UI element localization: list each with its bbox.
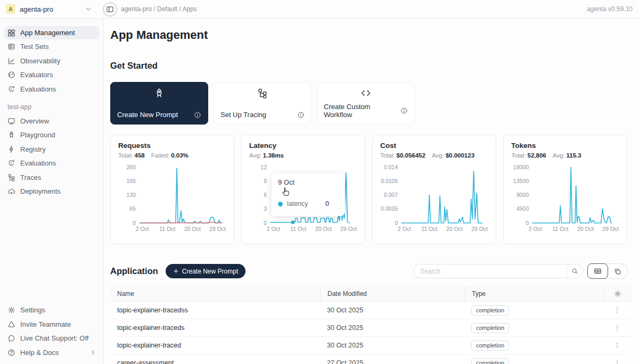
stat-avg: Avg:$0.000123 xyxy=(432,152,474,159)
sidebar-item-label: Deployments xyxy=(20,187,61,195)
stat-failed: Failed:0.03% xyxy=(151,152,189,159)
svg-text:0.0035: 0.0035 xyxy=(381,205,398,212)
latency-stat-card: LatencyAvg:1.38ms0369122 Oct11 Oct20 Oct… xyxy=(241,135,365,244)
type-badge: completion xyxy=(471,305,509,316)
row-actions-button[interactable] xyxy=(603,359,631,364)
svg-text:20 Oct: 20 Oct xyxy=(184,226,201,232)
row-actions-button[interactable] xyxy=(603,342,631,349)
type-badge: completion xyxy=(471,341,509,351)
app-name-cell: topic-explainer-traceds xyxy=(110,324,320,332)
panel-icon xyxy=(106,5,114,13)
stat-card-summary: Total:$0.056452Avg:$0.000123 xyxy=(380,152,488,159)
svg-text:3: 3 xyxy=(264,205,267,212)
svg-text:0.007: 0.007 xyxy=(384,192,398,198)
column-header-type: Type xyxy=(464,286,603,301)
sidebar-item-invite-teammate[interactable]: Invite Teammate xyxy=(4,318,99,331)
table-row[interactable]: career-assessment27 Oct 2025completion xyxy=(110,354,631,364)
cost-chart[interactable]: 00.00350.0070.01050.0142 Oct11 Oct20 Oct… xyxy=(380,163,488,236)
search-icon[interactable] xyxy=(567,264,583,278)
sidebar-item-test-sets[interactable]: Test Sets xyxy=(4,40,99,53)
main-content: App Management Get Started Create New Pr… xyxy=(104,19,639,364)
app-name-cell: topic-explainer-tracedss xyxy=(110,307,320,314)
sidebar-item-help-docs[interactable]: Help & Docs xyxy=(4,346,99,359)
svg-text:0.0105: 0.0105 xyxy=(381,178,398,184)
svg-text:11 Oct: 11 Oct xyxy=(421,226,437,232)
create-new-prompt-card[interactable]: Create New Prompt xyxy=(110,82,208,125)
stat-card-title: Tokens xyxy=(511,142,619,150)
sidebar-item-observability[interactable]: Observability xyxy=(4,54,99,68)
svg-text:11 Oct: 11 Oct xyxy=(552,226,568,232)
get-started-cards: Create New PromptSet Up TracingCreate Cu… xyxy=(110,82,415,125)
table-row[interactable]: topic-explainer-traced30 Oct 2025complet… xyxy=(110,337,631,354)
chevron-down-icon[interactable] xyxy=(85,6,92,12)
tokens-chart[interactable]: 04500900013500180002 Oct11 Oct20 Oct29 O… xyxy=(511,163,619,236)
date-modified-cell: 30 Oct 2025 xyxy=(320,324,464,332)
table-view-button[interactable] xyxy=(587,263,608,279)
card-view-button[interactable] xyxy=(608,264,628,278)
row-actions-button[interactable] xyxy=(603,324,631,332)
svg-text:9: 9 xyxy=(264,178,267,184)
type-cell: completion xyxy=(464,323,603,333)
rocket-icon xyxy=(117,88,201,98)
app-version: agenta v0.59.10 xyxy=(587,5,633,13)
sidebar-item-label: Registry xyxy=(20,145,46,153)
chart-tooltip: 9 Octlatency0 xyxy=(272,173,345,216)
date-modified-cell: 30 Oct 2025 xyxy=(320,342,464,349)
applications-table: NameDate ModifiedType topic-explainer-tr… xyxy=(110,286,631,364)
sidebar-item-evaluations[interactable]: Evaluations xyxy=(4,82,99,96)
svg-text:4500: 4500 xyxy=(517,205,529,212)
sidebar-item-playground[interactable]: Playground xyxy=(4,128,99,142)
create-custom-workflow-card[interactable]: Create Custom Workflow xyxy=(317,82,415,125)
svg-text:0: 0 xyxy=(395,220,398,226)
stat-total: Total:458 xyxy=(118,152,145,159)
table-row[interactable]: topic-explainer-tracedss30 Oct 2025compl… xyxy=(110,302,631,319)
table-header: NameDate ModifiedType xyxy=(110,286,631,302)
sidebar-item-traces[interactable]: Traces xyxy=(4,171,99,184)
sidebar-item-overview[interactable]: Overview xyxy=(4,114,99,128)
kebab-icon xyxy=(613,324,621,332)
sidebar-item-app-management[interactable]: App Management xyxy=(4,26,99,39)
svg-text:0: 0 xyxy=(133,220,136,226)
test-sets-icon xyxy=(7,43,15,51)
svg-text:0: 0 xyxy=(264,220,267,226)
svg-text:20 Oct: 20 Oct xyxy=(446,226,463,232)
sidebar-item-label: Test Sets xyxy=(20,43,48,51)
table-row[interactable]: topic-explainer-traceds30 Oct 2025comple… xyxy=(110,319,631,337)
workspace-name[interactable]: agenta-pro xyxy=(20,5,53,13)
info-icon xyxy=(194,111,201,119)
row-actions-button[interactable] xyxy=(603,307,631,314)
stat-card-title: Requests xyxy=(118,142,226,150)
gauge-icon xyxy=(7,71,15,79)
requests-chart[interactable]: 0651301952602 Oct11 Oct20 Oct29 Oct xyxy=(118,163,226,236)
svg-text:130: 130 xyxy=(126,192,136,198)
column-header-label: Date Modified xyxy=(327,290,367,297)
svg-text:6: 6 xyxy=(264,192,267,198)
sidebar-toggle-button[interactable] xyxy=(103,2,117,16)
set-up-tracing-card[interactable]: Set Up Tracing xyxy=(214,82,312,125)
sidebar-item-evaluators[interactable]: Evaluators xyxy=(4,68,99,81)
sidebar-item-label: Playground xyxy=(20,131,55,139)
sidebar-item-registry[interactable]: Registry xyxy=(4,143,99,156)
sidebar-item-label: Settings xyxy=(20,306,45,314)
top-bar: A agenta-pro agenta-pro / Default / Apps… xyxy=(0,0,639,19)
card-label: Set Up Tracing xyxy=(220,111,266,119)
workspace-avatar[interactable]: A xyxy=(6,4,15,14)
traces-icon xyxy=(7,173,15,181)
column-header-label: Name xyxy=(117,290,134,297)
application-heading: Application xyxy=(110,266,158,276)
create-new-prompt-button[interactable]: Create New Prompt xyxy=(166,264,245,278)
lightning-icon xyxy=(7,145,15,153)
kebab-icon xyxy=(613,359,621,364)
chevron-right-icon xyxy=(90,350,96,355)
svg-text:2 Oct: 2 Oct xyxy=(267,226,280,232)
app-name-cell: topic-explainer-traced xyxy=(110,342,320,349)
sidebar-item-live-chat-support-off[interactable]: Live Chat Support: Off xyxy=(4,332,99,345)
sidebar-item-evaluations[interactable]: Evaluations xyxy=(4,156,99,170)
sidebar-item-settings[interactable]: Settings xyxy=(4,303,99,317)
column-settings-button[interactable] xyxy=(603,286,631,301)
search-input[interactable] xyxy=(414,268,567,275)
get-started-heading: Get Started xyxy=(110,61,158,71)
stat-card-title: Cost xyxy=(380,142,488,150)
sidebar-item-deployments[interactable]: Deployments xyxy=(4,185,99,198)
invite-icon xyxy=(7,320,15,328)
